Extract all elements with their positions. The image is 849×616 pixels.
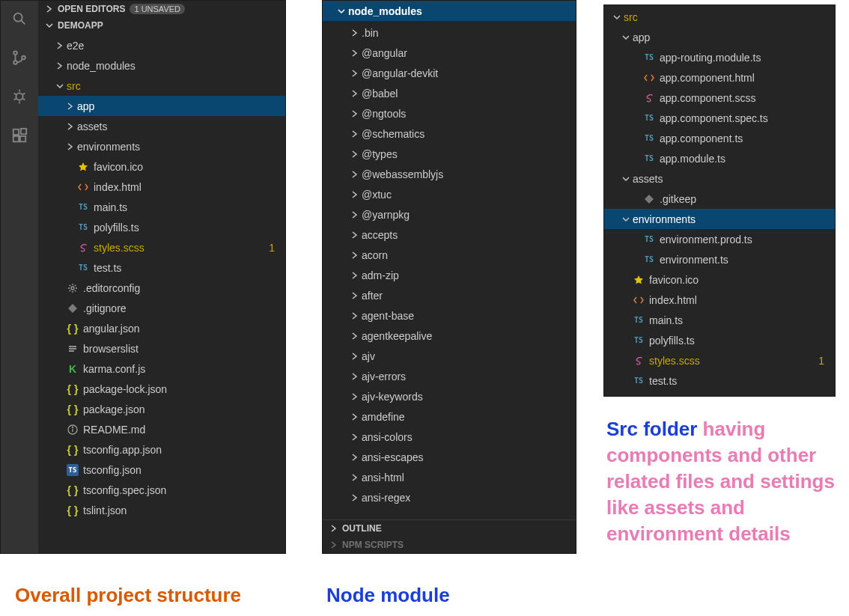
list-icon <box>67 343 79 355</box>
svg-line-7 <box>14 93 16 94</box>
folder-item-ngtools[interactable]: @ngtools <box>323 103 576 123</box>
tree-item-label: after <box>362 290 383 302</box>
folder-item-ajv-errors[interactable]: ajv-errors <box>323 366 576 386</box>
folder-item-webassemblyjs[interactable]: @webassemblyjs <box>323 164 576 184</box>
file-item-appmod[interactable]: TSapp.module.ts <box>604 148 835 168</box>
file-item-testts[interactable]: TStest.ts <box>604 370 835 391</box>
tree-item-label: browserslist <box>83 343 139 355</box>
folder-item-src[interactable]: src <box>604 7 835 27</box>
tree-item-label: angular.json <box>83 323 140 335</box>
file-item-favicon[interactable]: favicon.ico <box>38 156 285 177</box>
folder-item-xtuc[interactable]: @xtuc <box>323 184 576 204</box>
project-header[interactable]: DEMOAPP <box>38 17 285 34</box>
caption-src-folder: Src folder having components and other r… <box>606 416 839 547</box>
file-item-maints[interactable]: TSmain.ts <box>604 310 835 330</box>
folder-item-node_modules[interactable]: node_modules <box>38 55 285 76</box>
node-modules-folder[interactable]: node_modules <box>323 1 576 21</box>
tree-panel2: .bin@angular@angular-devkit@babel@ngtool… <box>323 21 576 507</box>
file-item-polyfills[interactable]: TSpolyfills.ts <box>604 330 835 350</box>
tree-item-label: environment.prod.ts <box>660 234 752 246</box>
folder-item-src[interactable]: src <box>38 76 285 96</box>
folder-item-accepts[interactable]: accepts <box>323 225 576 245</box>
folder-item-app[interactable]: app <box>38 96 285 116</box>
folder-item-ansi-colors[interactable]: ansi-colors <box>323 427 576 447</box>
folder-item-after[interactable]: after <box>323 285 576 305</box>
source-control-icon[interactable] <box>9 47 30 68</box>
file-item-pkglock[interactable]: { }package-lock.json <box>38 379 285 399</box>
folder-item-app[interactable]: app <box>604 27 835 47</box>
tree-item-label: app.component.html <box>660 72 755 84</box>
typescript-icon: TS <box>643 234 655 246</box>
svg-line-1 <box>21 20 25 24</box>
tree-item-label: @angular-devkit <box>362 67 438 79</box>
folder-item-amdefine[interactable]: amdefine <box>323 406 576 427</box>
file-item-styles[interactable]: styles.scss1 <box>604 350 835 370</box>
file-item-tslint[interactable]: { }tslint.json <box>38 500 285 520</box>
extensions-icon[interactable] <box>9 125 30 146</box>
folder-item-adm-zip[interactable]: adm-zip <box>323 265 576 285</box>
folder-item-assets[interactable]: assets <box>604 168 835 189</box>
explorer-tree-container: OPEN EDITORS 1 UNSAVED DEMOAPP e2enode_m… <box>38 1 285 553</box>
caption-src-lead: Src folder <box>606 418 703 440</box>
debug-icon[interactable] <box>9 86 30 107</box>
file-item-tsconfapp[interactable]: { }tsconfig.app.json <box>38 439 285 460</box>
folder-item-ajv[interactable]: ajv <box>323 346 576 366</box>
folder-item-ajv-keywords[interactable]: ajv-keywords <box>323 386 576 406</box>
open-editors-header[interactable]: OPEN EDITORS 1 UNSAVED <box>38 1 285 17</box>
file-item-testts[interactable]: TStest.ts <box>38 257 285 278</box>
folder-item-assets[interactable]: assets <box>38 116 285 136</box>
tree-item-label: agent-base <box>362 310 414 322</box>
typescript-icon: TS <box>633 314 645 326</box>
npm-scripts-header[interactable]: NPM SCRIPTS <box>323 537 576 553</box>
folder-item-yarnpkg[interactable]: @yarnpkg <box>323 204 576 225</box>
typescript-icon: TS <box>643 112 655 124</box>
folder-item-ansi-regex[interactable]: ansi-regex <box>323 487 576 507</box>
tree-item-label: package.json <box>83 403 145 415</box>
file-item-apphtml[interactable]: app.component.html <box>604 67 835 88</box>
tree-item-label: main.ts <box>649 314 683 326</box>
folder-item-agent-base[interactable]: agent-base <box>323 305 576 326</box>
chevron-down-icon <box>621 175 631 183</box>
file-item-editorconfig[interactable]: .editorconfig <box>38 278 285 298</box>
folder-item-types[interactable]: @types <box>323 144 576 164</box>
file-item-karma[interactable]: Kkarma.conf.js <box>38 359 285 379</box>
outline-header[interactable]: OUTLINE <box>323 520 576 537</box>
typescript-icon: TS <box>77 222 89 234</box>
folder-item-schematics[interactable]: @schematics <box>323 123 576 144</box>
folder-item-ansi-html[interactable]: ansi-html <box>323 467 576 487</box>
folder-item-agentkeepalive[interactable]: agentkeepalive <box>323 326 576 346</box>
folder-item-envs[interactable]: environments <box>604 209 835 229</box>
folder-item-angular-devkit[interactable]: @angular-devkit <box>323 63 576 83</box>
file-item-approuting[interactable]: TSapp-routing.module.ts <box>604 47 835 67</box>
file-item-favicon[interactable]: favicon.ico <box>604 269 835 290</box>
file-item-indexhtml[interactable]: index.html <box>604 290 835 310</box>
folder-item-angular[interactable]: @angular <box>323 43 576 63</box>
file-item-gitkeep[interactable]: .gitkeep <box>604 189 835 209</box>
file-item-appcomp[interactable]: TSapp.component.ts <box>604 128 835 148</box>
file-item-browserslist[interactable]: browserslist <box>38 338 285 359</box>
file-item-styles[interactable]: styles.scss1 <box>38 237 285 257</box>
search-icon[interactable] <box>9 8 30 29</box>
folder-item-bin[interactable]: .bin <box>323 22 576 43</box>
file-item-angularjson[interactable]: { }angular.json <box>38 318 285 338</box>
folder-item-acorn[interactable]: acorn <box>323 245 576 265</box>
folder-item-e2e[interactable]: e2e <box>38 35 285 55</box>
folder-item-ansi-escapes[interactable]: ansi-escapes <box>323 447 576 467</box>
folder-item-envs[interactable]: environments <box>38 136 285 156</box>
file-item-appspec[interactable]: TSapp.component.spec.ts <box>604 108 835 128</box>
file-item-gitignore[interactable]: .gitignore <box>38 298 285 318</box>
file-item-tsconf[interactable]: TStsconfig.json <box>38 460 285 480</box>
tree-item-label: accepts <box>362 229 398 241</box>
tree-item-label: .gitkeep <box>660 193 696 205</box>
file-item-readme[interactable]: README.md <box>38 419 285 439</box>
file-item-pkg[interactable]: { }package.json <box>38 399 285 419</box>
file-item-maints[interactable]: TSmain.ts <box>38 197 285 217</box>
file-item-polyfills[interactable]: TSpolyfills.ts <box>38 217 285 237</box>
file-item-envprod[interactable]: TSenvironment.prod.ts <box>604 229 835 249</box>
file-item-tsconfspec[interactable]: { }tsconfig.spec.json <box>38 480 285 500</box>
typescript-icon: TS <box>643 153 655 165</box>
file-item-appscss[interactable]: app.component.scss <box>604 88 835 108</box>
file-item-indexhtml[interactable]: index.html <box>38 177 285 197</box>
file-item-envts[interactable]: TSenvironment.ts <box>604 249 835 269</box>
folder-item-babel[interactable]: @babel <box>323 83 576 103</box>
